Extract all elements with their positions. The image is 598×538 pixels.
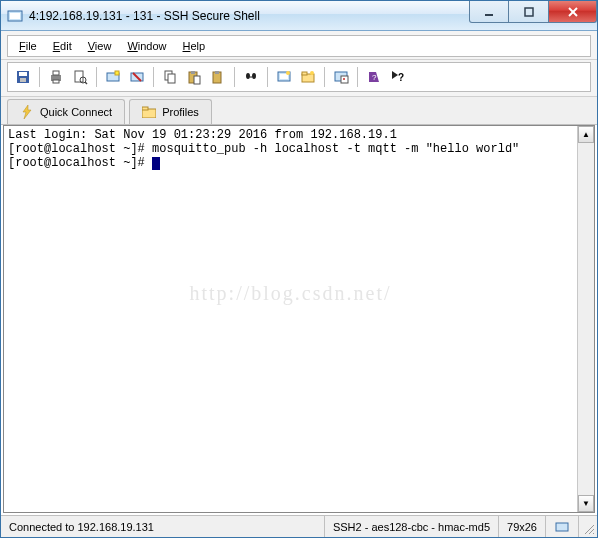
terminal[interactable]: Last login: Sat Nov 19 01:23:29 2016 fro… (4, 126, 577, 512)
lightning-icon (20, 105, 34, 119)
toolbar: ? ? (7, 62, 591, 92)
toolbar-separator (324, 67, 325, 87)
svg-line-46 (593, 533, 594, 534)
terminal-area: Last login: Sat Nov 19 01:23:29 2016 fro… (3, 125, 595, 513)
svg-rect-33 (302, 72, 307, 75)
new-session-button[interactable] (102, 66, 124, 88)
status-indicator (546, 516, 579, 537)
svg-marker-40 (23, 105, 31, 119)
quick-connect-button[interactable]: Quick Connect (7, 99, 125, 124)
toolbar-separator (234, 67, 235, 87)
svg-point-34 (310, 71, 314, 75)
svg-rect-22 (191, 71, 195, 74)
copy-button[interactable] (159, 66, 181, 88)
svg-rect-2 (485, 14, 493, 16)
svg-rect-25 (215, 71, 219, 74)
settings-button[interactable] (330, 66, 352, 88)
context-help-button[interactable]: ? (387, 66, 409, 88)
menu-help[interactable]: Help (176, 38, 213, 54)
svg-rect-12 (75, 71, 83, 82)
svg-rect-3 (525, 8, 533, 16)
svg-point-31 (286, 71, 290, 75)
svg-line-14 (85, 82, 87, 84)
menu-view[interactable]: View (81, 38, 119, 54)
terminal-line: [root@localhost ~]# mosquitto_pub -h loc… (8, 142, 519, 156)
menu-file[interactable]: File (12, 38, 44, 54)
connection-bar: Quick Connect Profiles (1, 97, 597, 125)
cursor (152, 157, 160, 170)
new-terminal-button[interactable] (273, 66, 295, 88)
svg-line-44 (585, 525, 594, 534)
toolbar-container: ? ? (1, 60, 597, 97)
window-title: 4:192.168.19.131 - 131 - SSH Secure Shel… (29, 9, 469, 23)
folder-icon (142, 105, 156, 119)
svg-rect-11 (53, 80, 59, 83)
svg-rect-30 (280, 74, 288, 79)
svg-rect-16 (115, 71, 119, 75)
menu-edit[interactable]: Edit (46, 38, 79, 54)
close-button[interactable] (549, 1, 597, 23)
svg-point-26 (246, 73, 250, 79)
status-size: 79x26 (499, 516, 546, 537)
toolbar-separator (357, 67, 358, 87)
svg-rect-43 (556, 523, 568, 531)
toolbar-separator (153, 67, 154, 87)
quick-connect-label: Quick Connect (40, 106, 112, 118)
scroll-down-button[interactable]: ▼ (578, 495, 594, 512)
svg-rect-23 (194, 76, 200, 84)
svg-rect-42 (142, 107, 148, 110)
find-button[interactable] (240, 66, 262, 88)
profiles-label: Profiles (162, 106, 199, 118)
help-button[interactable]: ? (363, 66, 385, 88)
svg-rect-7 (19, 72, 27, 76)
minimize-button[interactable] (469, 1, 509, 23)
menu-window[interactable]: Window (120, 38, 173, 54)
paste-button[interactable] (183, 66, 205, 88)
status-connection: Connected to 192.168.19.131 (1, 516, 325, 537)
svg-rect-10 (53, 71, 59, 75)
scroll-track[interactable] (578, 143, 594, 495)
svg-point-27 (252, 73, 256, 79)
new-file-transfer-button[interactable] (297, 66, 319, 88)
toolbar-separator (96, 67, 97, 87)
app-window: 4:192.168.19.131 - 131 - SSH Secure Shel… (0, 0, 598, 538)
menubar: File Edit View Window Help (7, 35, 591, 57)
paste-selection-button[interactable] (207, 66, 229, 88)
save-button[interactable] (12, 66, 34, 88)
disconnect-button[interactable] (126, 66, 148, 88)
svg-text:?: ? (372, 73, 377, 82)
svg-point-37 (343, 78, 345, 80)
profiles-button[interactable]: Profiles (129, 99, 212, 124)
toolbar-separator (267, 67, 268, 87)
svg-rect-8 (20, 78, 26, 82)
print-preview-button[interactable] (69, 66, 91, 88)
menubar-container: File Edit View Window Help (1, 31, 597, 60)
print-button[interactable] (45, 66, 67, 88)
window-controls (469, 1, 597, 30)
svg-rect-20 (168, 74, 175, 83)
status-bar: Connected to 192.168.19.131 SSH2 - aes12… (1, 515, 597, 537)
scroll-up-button[interactable]: ▲ (578, 126, 594, 143)
svg-text:?: ? (398, 72, 404, 83)
svg-rect-1 (10, 13, 20, 19)
vertical-scrollbar[interactable]: ▲ ▼ (577, 126, 594, 512)
app-icon (7, 8, 23, 24)
status-cipher: SSH2 - aes128-cbc - hmac-md5 (325, 516, 499, 537)
watermark: http://blog.csdn.net/ (4, 286, 577, 300)
terminal-prompt: [root@localhost ~]# (8, 156, 152, 170)
maximize-button[interactable] (509, 1, 549, 23)
title-bar: 4:192.168.19.131 - 131 - SSH Secure Shel… (1, 1, 597, 31)
terminal-line: Last login: Sat Nov 19 01:23:29 2016 fro… (8, 128, 397, 142)
resize-grip[interactable] (579, 516, 597, 537)
toolbar-separator (39, 67, 40, 87)
